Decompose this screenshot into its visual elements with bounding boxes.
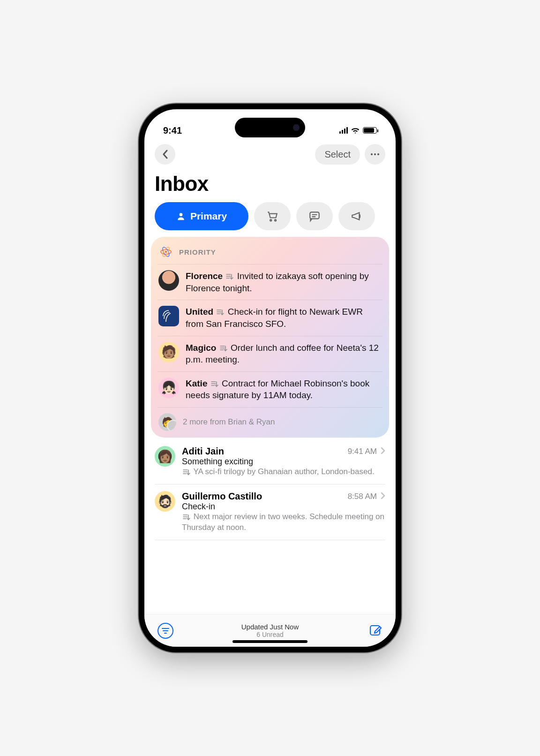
message-list: 👩🏽 Aditi Jain 9:41 AM Something exciting… bbox=[151, 438, 389, 540]
avatar: 🧑🏽 bbox=[158, 342, 179, 363]
priority-header: PRIORITY bbox=[158, 243, 382, 264]
priority-item[interactable]: United Check-in for flight to Newark EWR… bbox=[158, 300, 382, 335]
priority-more-label: 2 more from Brian & Ryan bbox=[183, 417, 275, 427]
ellipsis-icon bbox=[370, 153, 380, 156]
more-button[interactable] bbox=[365, 144, 385, 165]
message-preview: YA sci-fi trilogy by Ghanaian author, Lo… bbox=[182, 467, 385, 477]
status-time: 9:41 bbox=[163, 125, 182, 136]
priority-item[interactable]: Florence Invited to izakaya soft opening… bbox=[158, 264, 382, 300]
svg-point-4 bbox=[270, 219, 271, 221]
nav-bar: Select bbox=[144, 142, 396, 166]
priority-sender: United bbox=[186, 307, 213, 317]
message-subject: Check-in bbox=[182, 502, 385, 512]
message-subject: Something exciting bbox=[182, 457, 385, 467]
content-area[interactable]: PRIORITY Florence Invited to izakaya sof… bbox=[144, 237, 396, 614]
chevron-right-icon bbox=[381, 447, 385, 456]
avatar: 👩🏽 bbox=[155, 446, 175, 467]
message-preview: Next major review in two weeks. Schedule… bbox=[182, 512, 385, 533]
message-preview-text: Next major review in two weeks. Schedule… bbox=[182, 512, 384, 532]
chevron-left-icon bbox=[162, 150, 168, 159]
summary-icon bbox=[226, 273, 233, 280]
unread-line: 6 Unread bbox=[144, 631, 396, 638]
priority-heading-label: PRIORITY bbox=[179, 248, 216, 256]
avatar: 🧔🏻 bbox=[155, 491, 175, 512]
cart-icon bbox=[266, 210, 278, 222]
chevron-right-icon bbox=[381, 492, 385, 501]
priority-text: Florence Invited to izakaya soft opening… bbox=[186, 270, 382, 294]
tab-shopping[interactable] bbox=[254, 202, 291, 230]
svg-point-5 bbox=[275, 219, 276, 221]
priority-sender: Magico bbox=[186, 343, 216, 353]
dynamic-island bbox=[235, 118, 305, 137]
united-logo-icon bbox=[160, 308, 177, 325]
summary-icon bbox=[183, 469, 190, 476]
battery-icon bbox=[363, 127, 377, 134]
svg-point-3 bbox=[180, 213, 183, 216]
svg-point-2 bbox=[377, 153, 379, 155]
chat-icon bbox=[308, 210, 321, 222]
priority-sender: Florence bbox=[186, 271, 223, 281]
avatar bbox=[158, 270, 179, 291]
svg-point-10 bbox=[165, 251, 167, 253]
page-title: Inbox bbox=[144, 166, 396, 202]
priority-text: Magico Order lunch and coffee for Neeta'… bbox=[186, 342, 382, 366]
tab-primary[interactable]: Primary bbox=[155, 202, 248, 230]
priority-card[interactable]: PRIORITY Florence Invited to izakaya sof… bbox=[151, 237, 389, 438]
priority-text: Katie Contract for Michael Robinson's bo… bbox=[186, 378, 382, 401]
message-preview-text: YA sci-fi trilogy by Ghanaian author, Lo… bbox=[193, 467, 374, 476]
svg-point-11 bbox=[162, 310, 175, 323]
home-indicator[interactable] bbox=[232, 640, 308, 643]
tab-updates[interactable] bbox=[296, 202, 333, 230]
phone-screen: 9:41 Select Inbox Primar bbox=[144, 109, 396, 647]
status-line: Updated Just Now bbox=[144, 623, 396, 631]
phone-frame: 9:41 Select Inbox Primar bbox=[139, 104, 401, 652]
priority-item[interactable]: 🧑🏽 Magico Order lunch and coffee for Nee… bbox=[158, 336, 382, 371]
cellular-icon bbox=[339, 127, 348, 134]
message-time: 9:41 AM bbox=[348, 447, 377, 456]
megaphone-icon bbox=[351, 210, 363, 222]
svg-point-1 bbox=[374, 153, 376, 155]
wifi-icon bbox=[351, 127, 360, 134]
tab-promotions[interactable] bbox=[338, 202, 375, 230]
select-button[interactable]: Select bbox=[315, 144, 360, 165]
avatar-stack: 🧑 bbox=[158, 413, 176, 431]
summary-icon bbox=[211, 381, 218, 387]
message-item[interactable]: 👩🏽 Aditi Jain 9:41 AM Something exciting… bbox=[155, 439, 385, 484]
message-from: Guillermo Castillo bbox=[182, 491, 344, 502]
svg-rect-6 bbox=[310, 212, 319, 219]
message-time: 8:58 AM bbox=[348, 492, 377, 501]
message-item[interactable]: 🧔🏻 Guillermo Castillo 8:58 AM Check-in N… bbox=[155, 484, 385, 540]
category-tabs: Primary bbox=[144, 202, 396, 237]
avatar bbox=[158, 306, 179, 326]
person-icon bbox=[176, 212, 186, 221]
intelligence-icon bbox=[159, 245, 172, 258]
status-right bbox=[339, 127, 377, 134]
priority-sender: Katie bbox=[186, 378, 207, 388]
toolbar-status: Updated Just Now 6 Unread bbox=[144, 623, 396, 638]
priority-more[interactable]: 🧑 2 more from Brian & Ryan bbox=[158, 407, 382, 433]
priority-text: United Check-in for flight to Newark EWR… bbox=[186, 306, 382, 330]
message-from: Aditi Jain bbox=[182, 446, 344, 457]
avatar: 👧🏻 bbox=[158, 378, 179, 398]
back-button[interactable] bbox=[155, 144, 175, 165]
svg-point-0 bbox=[371, 153, 373, 155]
summary-icon bbox=[220, 345, 227, 352]
priority-item[interactable]: 👧🏻 Katie Contract for Michael Robinson's… bbox=[158, 371, 382, 407]
summary-icon bbox=[183, 514, 190, 521]
tab-primary-label: Primary bbox=[190, 211, 227, 222]
summary-icon bbox=[217, 309, 224, 316]
